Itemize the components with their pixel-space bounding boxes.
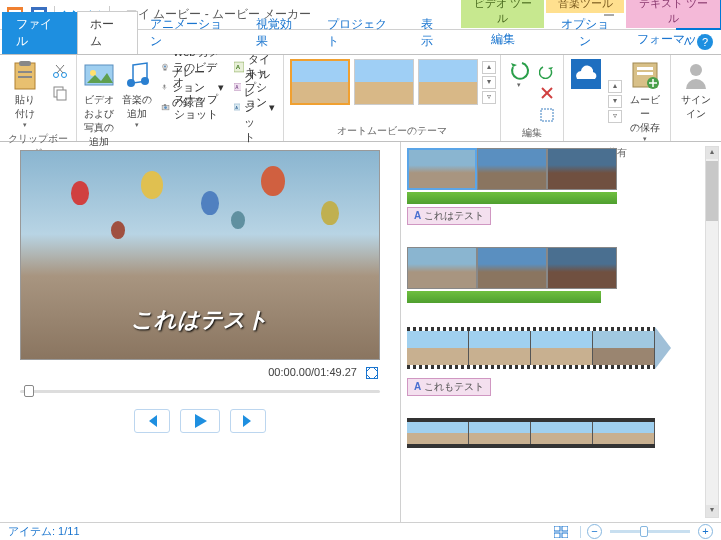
film-strip-2[interactable] [407, 418, 655, 448]
seek-thumb[interactable] [24, 385, 34, 397]
context-music-tools: 音楽ツール [546, 0, 624, 13]
vertical-scrollbar[interactable]: ▴ ▾ [705, 146, 719, 518]
svg-point-31 [164, 106, 167, 109]
context-video-tools: ビデオ ツール [461, 0, 544, 28]
zoom-thumb[interactable] [640, 526, 648, 537]
time-display: 00:00.00/01:49.27 [268, 366, 386, 379]
preview-caption-text: これはテスト [131, 305, 269, 335]
seek-slider[interactable] [20, 383, 380, 399]
group-add: ビデオおよび 写真の追加▾ 音楽の 追加▾ Web カメラのビデオ ナレーション… [77, 55, 284, 141]
audio-track-1[interactable] [407, 192, 617, 204]
caption-clip-2[interactable]: A これもテスト [407, 378, 491, 396]
save-movie-button[interactable]: ムービー の保存▾ [624, 57, 666, 145]
group-share: ▴ ▾ ▿ ムービー の保存▾ 共有 [564, 55, 671, 141]
svg-line-17 [57, 65, 64, 73]
theme-scroll-up[interactable]: ▴ [482, 61, 496, 74]
svg-text:A: A [235, 106, 238, 110]
svg-rect-32 [164, 104, 166, 106]
signin-button[interactable]: サインイン [675, 57, 717, 123]
svg-rect-41 [541, 109, 553, 121]
clip-5[interactable] [477, 247, 547, 289]
onedrive-button[interactable] [568, 57, 604, 91]
svg-point-23 [127, 79, 135, 87]
zoom-control: − + [587, 524, 713, 539]
svg-rect-12 [19, 61, 31, 66]
svg-rect-27 [163, 69, 166, 70]
delete-button[interactable] [535, 83, 559, 103]
copy-button[interactable] [48, 83, 72, 103]
svg-rect-45 [637, 72, 653, 75]
film-strip-1[interactable] [407, 327, 655, 369]
item-count: アイテム: 1/11 [8, 524, 80, 539]
caption-clip-1[interactable]: A これはテスト [407, 207, 491, 225]
cut-button[interactable] [48, 61, 72, 81]
theme-scroll-down[interactable]: ▾ [482, 76, 496, 89]
svg-rect-28 [164, 84, 166, 87]
tab-home[interactable]: ホーム [77, 11, 138, 54]
clip-3[interactable] [547, 148, 617, 190]
tab-animation[interactable]: アニメーション [138, 12, 244, 54]
theme-gallery-more[interactable]: ▿ [482, 91, 496, 104]
preview-monitor[interactable]: これはテスト [20, 150, 380, 360]
zoom-in-button[interactable]: + [698, 524, 713, 539]
svg-point-47 [690, 64, 702, 76]
svg-rect-14 [18, 76, 32, 78]
share-scroll-up[interactable]: ▴ [608, 80, 622, 93]
clip-4[interactable] [407, 247, 477, 289]
rotate-left-button[interactable]: ▾ [505, 57, 533, 91]
theme-thumb-3[interactable] [418, 59, 478, 105]
transition-arrow-1[interactable] [655, 327, 671, 369]
audio-track-2[interactable] [407, 291, 601, 303]
status-bar: アイテム: 1/11 − + [0, 522, 721, 540]
svg-point-24 [141, 77, 149, 85]
help-icon[interactable]: ? [697, 34, 713, 50]
play-button[interactable] [180, 409, 220, 433]
svg-point-26 [164, 66, 166, 68]
collapse-ribbon-icon[interactable]: ᐱ [684, 36, 691, 47]
svg-rect-51 [562, 533, 568, 538]
rotate-right-button[interactable] [535, 61, 559, 81]
next-frame-button[interactable] [230, 409, 266, 433]
preview-pane: これはテスト 00:00.00/01:49.27 [0, 142, 400, 522]
group-edit: ▾ 編集 [501, 55, 564, 141]
scroll-down-button[interactable]: ▾ [706, 505, 718, 517]
svg-rect-49 [562, 526, 568, 531]
clip-6[interactable] [547, 247, 617, 289]
svg-rect-48 [554, 526, 560, 531]
svg-rect-44 [637, 67, 653, 70]
clip-2[interactable] [477, 148, 547, 190]
group-themes: ▴ ▾ ▿ オートムービーのテーマ [284, 55, 501, 141]
tab-visual-effects[interactable]: 視覚効果 [244, 12, 315, 54]
credit-button[interactable]: Aクレジット ▾ [230, 97, 279, 117]
prev-frame-button[interactable] [134, 409, 170, 433]
theme-thumb-2[interactable] [354, 59, 414, 105]
theme-thumb-1[interactable] [290, 59, 350, 105]
svg-line-18 [56, 65, 63, 73]
thumbnail-size-icon[interactable] [554, 526, 568, 538]
tab-options[interactable]: オプション [546, 13, 624, 53]
tab-project[interactable]: プロジェクト [315, 12, 409, 54]
share-scroll-down[interactable]: ▾ [608, 95, 622, 108]
tab-edit[interactable]: 編集 [461, 28, 544, 51]
group-clipboard: 貼り 付け▾ クリップボード [0, 55, 77, 141]
svg-rect-50 [554, 533, 560, 538]
tab-file[interactable]: ファイル [2, 12, 77, 54]
ribbon: 貼り 付け▾ クリップボード ビデオおよび 写真の追加▾ 音楽の 追加▾ Web… [0, 54, 721, 142]
tab-view[interactable]: 表示 [409, 12, 456, 54]
svg-text:A: A [236, 63, 241, 70]
zoom-slider[interactable] [610, 530, 690, 533]
fullscreen-icon[interactable] [366, 367, 378, 379]
ribbon-tabs: ファイル ホーム アニメーション 視覚効果 プロジェクト 表示 ビデオ ツール … [0, 30, 721, 54]
clip-1[interactable] [407, 148, 477, 190]
select-all-button[interactable] [535, 105, 559, 125]
share-gallery-more[interactable]: ▿ [608, 110, 622, 123]
zoom-out-button[interactable]: − [587, 524, 602, 539]
timeline-pane: A これはテスト A これもテスト [400, 142, 721, 522]
paste-button[interactable]: 貼り 付け▾ [4, 57, 46, 131]
svg-rect-13 [18, 71, 32, 73]
scroll-thumb[interactable] [706, 161, 718, 221]
svg-point-16 [62, 73, 67, 78]
add-music-button[interactable]: 音楽の 追加▾ [119, 57, 155, 131]
snapshot-button[interactable]: スナップショット [157, 97, 228, 117]
scroll-up-button[interactable]: ▴ [706, 147, 718, 159]
